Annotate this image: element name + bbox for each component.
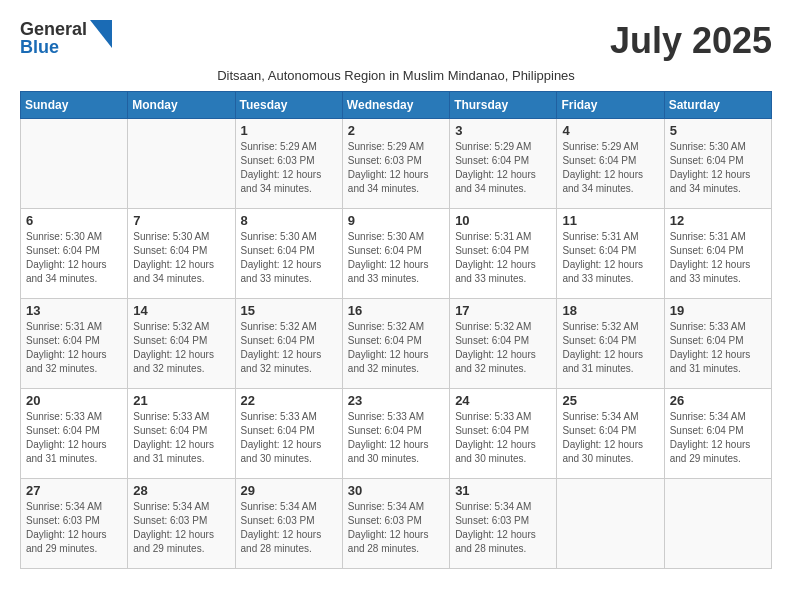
day-info: Sunrise: 5:33 AMSunset: 6:04 PMDaylight:… xyxy=(455,410,551,466)
day-number: 20 xyxy=(26,393,122,408)
day-number: 14 xyxy=(133,303,229,318)
day-number: 11 xyxy=(562,213,658,228)
calendar-day-cell: 8Sunrise: 5:30 AMSunset: 6:04 PMDaylight… xyxy=(235,209,342,299)
calendar-day-cell: 4Sunrise: 5:29 AMSunset: 6:04 PMDaylight… xyxy=(557,119,664,209)
day-info: Sunrise: 5:30 AMSunset: 6:04 PMDaylight:… xyxy=(348,230,444,286)
day-info: Sunrise: 5:31 AMSunset: 6:04 PMDaylight:… xyxy=(455,230,551,286)
day-info: Sunrise: 5:34 AMSunset: 6:04 PMDaylight:… xyxy=(562,410,658,466)
calendar-day-cell: 14Sunrise: 5:32 AMSunset: 6:04 PMDayligh… xyxy=(128,299,235,389)
day-number: 2 xyxy=(348,123,444,138)
calendar-day-cell: 3Sunrise: 5:29 AMSunset: 6:04 PMDaylight… xyxy=(450,119,557,209)
day-number: 28 xyxy=(133,483,229,498)
calendar-day-cell: 19Sunrise: 5:33 AMSunset: 6:04 PMDayligh… xyxy=(664,299,771,389)
day-info: Sunrise: 5:32 AMSunset: 6:04 PMDaylight:… xyxy=(348,320,444,376)
day-info: Sunrise: 5:33 AMSunset: 6:04 PMDaylight:… xyxy=(26,410,122,466)
calendar-day-cell: 13Sunrise: 5:31 AMSunset: 6:04 PMDayligh… xyxy=(21,299,128,389)
logo-blue-text: Blue xyxy=(20,38,87,56)
day-info: Sunrise: 5:33 AMSunset: 6:04 PMDaylight:… xyxy=(670,320,766,376)
col-monday: Monday xyxy=(128,92,235,119)
day-number: 6 xyxy=(26,213,122,228)
calendar-header-row: Sunday Monday Tuesday Wednesday Thursday… xyxy=(21,92,772,119)
day-number: 12 xyxy=(670,213,766,228)
day-info: Sunrise: 5:29 AMSunset: 6:04 PMDaylight:… xyxy=(562,140,658,196)
calendar-day-cell: 31Sunrise: 5:34 AMSunset: 6:03 PMDayligh… xyxy=(450,479,557,569)
calendar-day-cell: 30Sunrise: 5:34 AMSunset: 6:03 PMDayligh… xyxy=(342,479,449,569)
day-number: 13 xyxy=(26,303,122,318)
calendar-day-cell: 12Sunrise: 5:31 AMSunset: 6:04 PMDayligh… xyxy=(664,209,771,299)
calendar-day-cell: 24Sunrise: 5:33 AMSunset: 6:04 PMDayligh… xyxy=(450,389,557,479)
logo-general-text: General xyxy=(20,20,87,38)
calendar-day-cell: 15Sunrise: 5:32 AMSunset: 6:04 PMDayligh… xyxy=(235,299,342,389)
day-info: Sunrise: 5:30 AMSunset: 6:04 PMDaylight:… xyxy=(670,140,766,196)
calendar-day-cell: 1Sunrise: 5:29 AMSunset: 6:03 PMDaylight… xyxy=(235,119,342,209)
calendar-day-cell: 7Sunrise: 5:30 AMSunset: 6:04 PMDaylight… xyxy=(128,209,235,299)
day-number: 10 xyxy=(455,213,551,228)
calendar-day-cell: 29Sunrise: 5:34 AMSunset: 6:03 PMDayligh… xyxy=(235,479,342,569)
calendar-week-row: 20Sunrise: 5:33 AMSunset: 6:04 PMDayligh… xyxy=(21,389,772,479)
day-info: Sunrise: 5:29 AMSunset: 6:04 PMDaylight:… xyxy=(455,140,551,196)
day-info: Sunrise: 5:34 AMSunset: 6:03 PMDaylight:… xyxy=(26,500,122,556)
calendar-day-cell xyxy=(664,479,771,569)
calendar-day-cell: 11Sunrise: 5:31 AMSunset: 6:04 PMDayligh… xyxy=(557,209,664,299)
logo-triangle-icon xyxy=(90,20,112,48)
day-number: 9 xyxy=(348,213,444,228)
day-info: Sunrise: 5:31 AMSunset: 6:04 PMDaylight:… xyxy=(562,230,658,286)
day-number: 18 xyxy=(562,303,658,318)
calendar-day-cell: 6Sunrise: 5:30 AMSunset: 6:04 PMDaylight… xyxy=(21,209,128,299)
day-number: 30 xyxy=(348,483,444,498)
day-info: Sunrise: 5:32 AMSunset: 6:04 PMDaylight:… xyxy=(133,320,229,376)
day-info: Sunrise: 5:29 AMSunset: 6:03 PMDaylight:… xyxy=(241,140,337,196)
calendar-day-cell xyxy=(21,119,128,209)
calendar-day-cell: 10Sunrise: 5:31 AMSunset: 6:04 PMDayligh… xyxy=(450,209,557,299)
calendar-day-cell: 21Sunrise: 5:33 AMSunset: 6:04 PMDayligh… xyxy=(128,389,235,479)
day-number: 22 xyxy=(241,393,337,408)
day-info: Sunrise: 5:34 AMSunset: 6:03 PMDaylight:… xyxy=(241,500,337,556)
day-info: Sunrise: 5:34 AMSunset: 6:04 PMDaylight:… xyxy=(670,410,766,466)
day-number: 27 xyxy=(26,483,122,498)
day-number: 25 xyxy=(562,393,658,408)
day-info: Sunrise: 5:34 AMSunset: 6:03 PMDaylight:… xyxy=(348,500,444,556)
day-info: Sunrise: 5:30 AMSunset: 6:04 PMDaylight:… xyxy=(26,230,122,286)
col-sunday: Sunday xyxy=(21,92,128,119)
day-number: 5 xyxy=(670,123,766,138)
col-saturday: Saturday xyxy=(664,92,771,119)
day-number: 15 xyxy=(241,303,337,318)
day-info: Sunrise: 5:30 AMSunset: 6:04 PMDaylight:… xyxy=(241,230,337,286)
calendar-day-cell: 25Sunrise: 5:34 AMSunset: 6:04 PMDayligh… xyxy=(557,389,664,479)
day-number: 29 xyxy=(241,483,337,498)
day-info: Sunrise: 5:31 AMSunset: 6:04 PMDaylight:… xyxy=(670,230,766,286)
day-number: 21 xyxy=(133,393,229,408)
calendar-day-cell: 18Sunrise: 5:32 AMSunset: 6:04 PMDayligh… xyxy=(557,299,664,389)
header: General Blue July 2025 xyxy=(20,20,772,62)
svg-marker-0 xyxy=(90,20,112,48)
calendar-day-cell: 9Sunrise: 5:30 AMSunset: 6:04 PMDaylight… xyxy=(342,209,449,299)
calendar-day-cell: 17Sunrise: 5:32 AMSunset: 6:04 PMDayligh… xyxy=(450,299,557,389)
day-number: 3 xyxy=(455,123,551,138)
day-number: 1 xyxy=(241,123,337,138)
day-number: 16 xyxy=(348,303,444,318)
calendar-day-cell: 22Sunrise: 5:33 AMSunset: 6:04 PMDayligh… xyxy=(235,389,342,479)
calendar-week-row: 1Sunrise: 5:29 AMSunset: 6:03 PMDaylight… xyxy=(21,119,772,209)
day-number: 19 xyxy=(670,303,766,318)
day-info: Sunrise: 5:32 AMSunset: 6:04 PMDaylight:… xyxy=(241,320,337,376)
calendar-day-cell: 28Sunrise: 5:34 AMSunset: 6:03 PMDayligh… xyxy=(128,479,235,569)
calendar-day-cell: 20Sunrise: 5:33 AMSunset: 6:04 PMDayligh… xyxy=(21,389,128,479)
calendar-subtitle: Ditsaan, Autonomous Region in Muslim Min… xyxy=(20,68,772,83)
day-info: Sunrise: 5:32 AMSunset: 6:04 PMDaylight:… xyxy=(455,320,551,376)
calendar-table: Sunday Monday Tuesday Wednesday Thursday… xyxy=(20,91,772,569)
calendar-day-cell xyxy=(557,479,664,569)
calendar-day-cell xyxy=(128,119,235,209)
day-info: Sunrise: 5:33 AMSunset: 6:04 PMDaylight:… xyxy=(348,410,444,466)
day-number: 24 xyxy=(455,393,551,408)
calendar-day-cell: 2Sunrise: 5:29 AMSunset: 6:03 PMDaylight… xyxy=(342,119,449,209)
day-number: 7 xyxy=(133,213,229,228)
day-info: Sunrise: 5:30 AMSunset: 6:04 PMDaylight:… xyxy=(133,230,229,286)
logo: General Blue xyxy=(20,20,112,56)
col-friday: Friday xyxy=(557,92,664,119)
day-info: Sunrise: 5:34 AMSunset: 6:03 PMDaylight:… xyxy=(133,500,229,556)
day-number: 4 xyxy=(562,123,658,138)
day-info: Sunrise: 5:29 AMSunset: 6:03 PMDaylight:… xyxy=(348,140,444,196)
col-wednesday: Wednesday xyxy=(342,92,449,119)
day-info: Sunrise: 5:33 AMSunset: 6:04 PMDaylight:… xyxy=(133,410,229,466)
month-title: July 2025 xyxy=(610,20,772,62)
